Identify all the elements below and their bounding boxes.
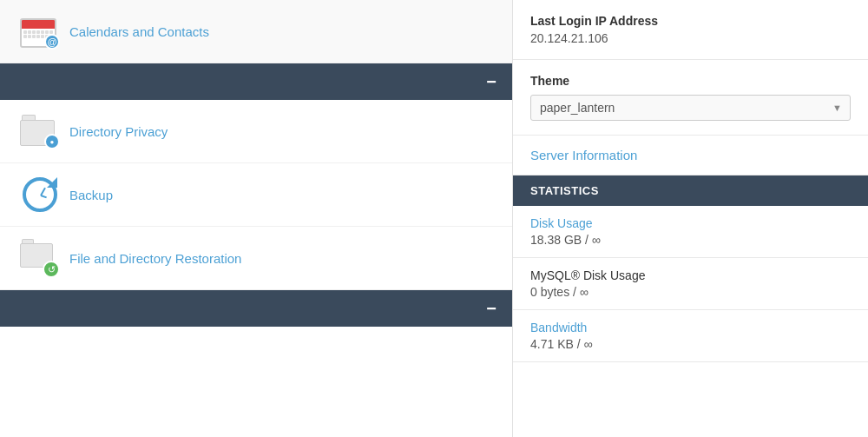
file-directory-restoration-label: File and Directory Restoration xyxy=(69,251,241,266)
theme-label: Theme xyxy=(530,74,851,88)
theme-select-wrap: paper_lanterndefaultx3 xyxy=(530,95,851,121)
last-login-label: Last Login IP Address xyxy=(530,14,851,28)
statistics-header: STATISTICS xyxy=(513,175,868,206)
mysql-disk-usage-value: 0 bytes / ∞ xyxy=(530,285,851,299)
last-login-section: Last Login IP Address 20.124.21.106 xyxy=(513,0,868,60)
disk-usage-label[interactable]: Disk Usage xyxy=(530,216,851,230)
mysql-disk-usage-label: MySQL® Disk Usage xyxy=(530,268,851,282)
section-bar-top[interactable]: − xyxy=(0,63,512,100)
theme-section: Theme paper_lanterndefaultx3 xyxy=(513,60,868,136)
sidebar-item-file-directory-restoration[interactable]: File and Directory Restoration xyxy=(0,227,512,290)
calendars-contacts-label: Calendars and Contacts xyxy=(69,24,209,39)
server-information-link[interactable]: Server Information xyxy=(530,148,637,162)
bandwidth-label[interactable]: Bandwidth xyxy=(530,321,851,334)
directory-privacy-label: Directory Privacy xyxy=(69,124,168,139)
restore-badge-icon xyxy=(43,261,60,278)
bandwidth-stat: Bandwidth 4.71 KB / ∞ xyxy=(513,310,868,362)
left-panel: @ Calendars and Contacts − Directory Pri… xyxy=(0,0,512,437)
menu-items: @ Calendars and Contacts − Directory Pri… xyxy=(0,0,512,327)
section-collapse-bottom[interactable]: − xyxy=(486,300,496,317)
eye-badge-icon xyxy=(44,134,60,149)
disk-usage-value: 18.38 GB / ∞ xyxy=(530,233,851,247)
sidebar-item-calendars-contacts[interactable]: @ Calendars and Contacts xyxy=(0,0,512,63)
bandwidth-value: 4.71 KB / ∞ xyxy=(530,337,851,351)
theme-select[interactable]: paper_lanterndefaultx3 xyxy=(530,95,851,121)
disk-usage-stat: Disk Usage 18.38 GB / ∞ xyxy=(513,206,868,258)
calendar-contacts-icon: @ xyxy=(17,12,62,50)
section-bar-bottom[interactable]: − xyxy=(0,290,512,327)
right-panel: Last Login IP Address 20.124.21.106 Them… xyxy=(512,0,868,437)
backup-label: Backup xyxy=(69,188,113,202)
section-collapse-top[interactable]: − xyxy=(486,73,496,90)
last-login-value: 20.124.21.106 xyxy=(530,31,851,45)
sidebar-item-directory-privacy[interactable]: Directory Privacy xyxy=(0,100,512,163)
restore-icon xyxy=(17,239,62,277)
mysql-disk-usage-stat: MySQL® Disk Usage 0 bytes / ∞ xyxy=(513,258,868,310)
directory-privacy-icon xyxy=(17,112,62,150)
backup-icon xyxy=(17,175,62,214)
at-icon: @ xyxy=(44,34,60,50)
sidebar-item-backup[interactable]: Backup xyxy=(0,163,512,227)
server-information-section: Server Information xyxy=(513,136,868,175)
